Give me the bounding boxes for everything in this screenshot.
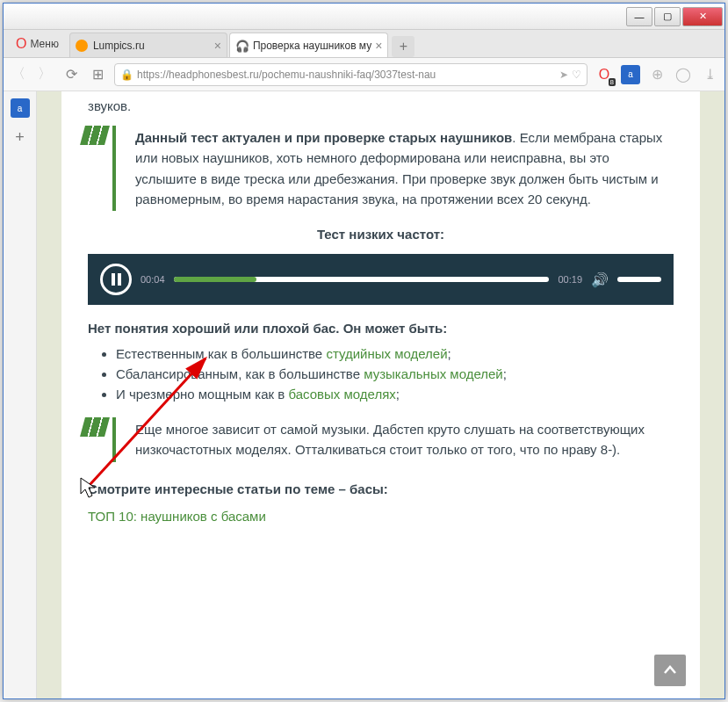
back-button[interactable]: 〈 — [9, 65, 28, 84]
seek-bar[interactable] — [174, 277, 550, 282]
minimize-button[interactable]: — — [626, 7, 652, 26]
profile-icon[interactable]: ◯ — [674, 65, 693, 84]
titlebar: — ▢ ✕ — [4, 4, 724, 30]
lock-icon: 🔒 — [120, 69, 133, 81]
left-sidebar: a + — [4, 91, 37, 698]
translate-ext-icon[interactable]: a — [621, 65, 640, 84]
link-music[interactable]: музыкальных моделей — [364, 366, 503, 381]
bass-list: Естественным как в большинстве студийных… — [88, 346, 674, 402]
pause-icon — [112, 273, 121, 286]
page-viewport[interactable]: звуков. Данный тест актуален и при прове… — [37, 91, 724, 698]
favicon-lumpics — [76, 40, 88, 52]
related-title: Смотрите интересные статьи по теме – бас… — [88, 481, 674, 496]
tab-active[interactable]: 🎧 Проверка наушников му × — [229, 33, 389, 57]
tab-lumpics[interactable]: Lumpics.ru × — [69, 33, 227, 57]
address-bar[interactable]: 🔒 https://headphonesbest.ru/pochemu-naus… — [114, 63, 587, 86]
test-title: Тест низких частот: — [88, 227, 674, 242]
bass-heading: Нет понятия хороший или плохой бас. Он м… — [88, 321, 674, 336]
sidebar-translate-icon[interactable]: a — [11, 98, 30, 118]
volume-icon[interactable]: 🔊 — [591, 271, 609, 288]
tab-close-icon[interactable]: × — [375, 39, 382, 53]
related-link[interactable]: ТОП 10: наушников с басами — [88, 509, 266, 524]
sidebar-add-icon[interactable]: + — [15, 128, 25, 147]
speed-dial-button[interactable]: ⊞ — [88, 65, 107, 84]
share-icon[interactable]: ➤ — [559, 69, 568, 81]
tab-title: Lumpics.ru — [93, 40, 211, 52]
close-button[interactable]: ✕ — [682, 7, 723, 26]
reload-button[interactable]: ⟳ — [61, 65, 81, 84]
pause-button[interactable] — [100, 264, 132, 295]
opera-menu-button[interactable]: O Меню — [7, 31, 68, 57]
audio-player: 00:04 00:19 🔊 — [88, 254, 674, 305]
new-tab-button[interactable]: + — [392, 36, 414, 57]
content-wrap: a + звуков. Данный тест актуален и при п… — [4, 91, 724, 698]
downloads-icon[interactable]: ⤓ — [700, 65, 719, 84]
quote2-text: Еще многое зависит от самой музыки. Дабс… — [135, 419, 674, 460]
tabstrip: O Меню Lumpics.ru × 🎧 Проверка наушников… — [4, 30, 724, 58]
forward-button[interactable]: 〉 — [35, 65, 54, 84]
seek-fill — [174, 277, 256, 282]
quote-block: Данный тест актуален и при проверке стар… — [112, 126, 674, 211]
extensions-icon[interactable]: ⊕ — [647, 65, 667, 84]
ext-badge: 8 — [609, 78, 616, 86]
quote-block-2: Еще многое зависит от самой музыки. Дабс… — [112, 417, 674, 462]
link-studio[interactable]: студийных моделей — [326, 346, 447, 361]
chevron-up-icon — [663, 663, 677, 677]
list-item: Сбалансированным, как в большинстве музы… — [116, 366, 674, 381]
time-total: 00:19 — [558, 274, 582, 285]
tab-title: Проверка наушников му — [253, 40, 371, 52]
quote-bold: Данный тест актуален и при проверке стар… — [135, 130, 512, 145]
navbar: 〈 〉 ⟳ ⊞ 🔒 https://headphonesbest.ru/poch… — [4, 58, 724, 91]
browser-window: — ▢ ✕ O Меню Lumpics.ru × 🎧 Проверка нау… — [3, 3, 725, 699]
list-item: Естественным как в большинстве студийных… — [116, 346, 674, 361]
opera-ext-icon[interactable]: O 8 — [595, 65, 614, 84]
link-bass[interactable]: басовых моделях — [288, 387, 395, 402]
list-item: И чрезмерно мощным как в басовых моделях… — [116, 387, 674, 402]
favicon-headphones: 🎧 — [235, 40, 248, 52]
url-text: https://headphonesbest.ru/pochemu-naushn… — [137, 69, 556, 81]
scroll-to-top-button[interactable] — [654, 655, 686, 686]
bookmark-icon[interactable]: ♡ — [572, 69, 581, 81]
intro-fragment: звуков. — [88, 98, 674, 113]
opera-icon: O — [16, 36, 26, 52]
time-current: 00:04 — [141, 274, 165, 285]
article: звуков. Данный тест актуален и при прове… — [61, 91, 700, 698]
maximize-button[interactable]: ▢ — [654, 7, 681, 26]
tab-close-icon[interactable]: × — [214, 39, 221, 53]
volume-bar[interactable] — [617, 277, 661, 282]
menu-label: Меню — [30, 38, 58, 50]
